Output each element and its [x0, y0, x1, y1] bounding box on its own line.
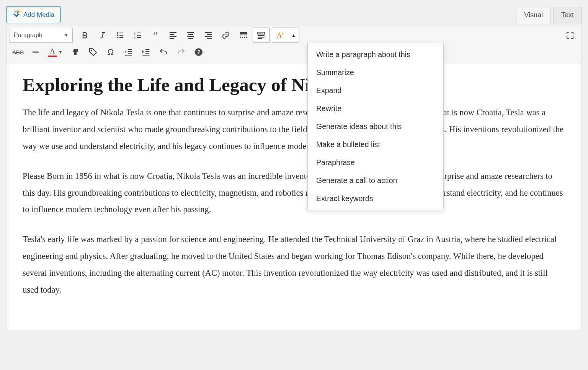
align-center-icon [186, 31, 195, 40]
editor-header: Add Media Visual Text [6, 6, 582, 23]
svg-text:2: 2 [134, 34, 136, 37]
ai-icon: Ai [277, 31, 284, 40]
chevron-down-icon: ▼ [58, 49, 63, 55]
svg-rect-10 [260, 33, 261, 34]
format-select[interactable]: Paragraph ▼ [10, 28, 73, 43]
svg-point-1 [117, 32, 118, 34]
align-left-button[interactable] [165, 28, 181, 43]
help-button[interactable]: ? [190, 44, 207, 60]
toggle-toolbar-icon [256, 31, 266, 40]
ai-menu-item[interactable]: Make a bulleted list [308, 136, 443, 154]
post-title[interactable]: Exploring the Life and Legacy of Nikola … [23, 74, 565, 96]
outdent-icon [124, 47, 133, 57]
tab-text[interactable]: Text [553, 7, 582, 24]
add-media-button[interactable]: Add Media [6, 6, 61, 23]
numbered-list-icon: 123 [133, 31, 142, 40]
ai-menu-item[interactable]: Generate a call to action [308, 172, 443, 190]
undo-button[interactable] [155, 44, 172, 60]
strikethrough-button[interactable]: ABC [10, 44, 26, 60]
svg-text:?: ? [197, 49, 201, 55]
fullscreen-icon [565, 31, 575, 40]
ai-menu-item[interactable]: Expand [308, 82, 443, 100]
align-right-button[interactable] [200, 28, 217, 43]
bold-button[interactable] [77, 28, 93, 43]
tab-visual[interactable]: Visual [516, 7, 551, 24]
help-icon: ? [194, 47, 203, 57]
svg-point-0 [17, 10, 20, 13]
special-character-icon: Ω [108, 47, 114, 57]
svg-text:3: 3 [134, 37, 136, 39]
media-icon [13, 10, 20, 20]
toggle-toolbar-button[interactable] [253, 28, 270, 43]
chevron-down-icon: ▼ [64, 33, 69, 38]
insert-more-button[interactable] [235, 28, 252, 43]
svg-point-14 [91, 50, 92, 51]
svg-rect-11 [261, 33, 263, 34]
horizontal-rule-button[interactable] [27, 44, 44, 60]
text-color-icon: A [48, 47, 57, 57]
undo-icon [159, 47, 168, 57]
link-button[interactable] [217, 28, 234, 43]
ai-menu-item[interactable]: Rewrite [308, 100, 443, 118]
ai-menu-item[interactable]: Write a paragraph about this [308, 46, 443, 64]
svg-point-3 [117, 37, 118, 38]
outdent-button[interactable] [120, 44, 137, 60]
editor-content[interactable]: Exploring the Life and Legacy of Nikola … [7, 62, 581, 331]
ai-menu-item[interactable]: Generate ideas about this [308, 118, 443, 136]
ai-menu-item[interactable]: Summarize [308, 64, 443, 82]
fullscreen-button[interactable] [562, 28, 578, 43]
bullet-list-icon [116, 31, 125, 40]
special-character-button[interactable]: Ω [102, 44, 119, 60]
indent-icon [141, 47, 150, 57]
italic-button[interactable] [94, 28, 111, 43]
svg-rect-9 [258, 33, 260, 34]
redo-icon [176, 47, 186, 57]
ai-split-button: Ai ▲ [272, 28, 299, 43]
editor-tabs: Visual Text [516, 7, 582, 23]
text-color-button[interactable]: A ▼ [45, 44, 66, 60]
ai-dropdown-menu: Write a paragraph about this Summarize E… [307, 43, 444, 210]
bold-icon [80, 31, 90, 40]
editor-toolbar: Paragraph ▼ 123 “ [7, 25, 581, 62]
strikethrough-icon: ABC [12, 49, 23, 56]
post-paragraph[interactable]: Please Born in 1856 in what is now Croat… [23, 168, 565, 218]
ai-dropdown-toggle[interactable]: ▲ [288, 28, 299, 43]
insert-more-icon [239, 31, 248, 40]
svg-rect-7 [240, 32, 247, 34]
link-icon [221, 31, 230, 40]
clear-formatting-icon [71, 47, 80, 57]
redo-button[interactable] [173, 44, 189, 60]
indent-button[interactable] [137, 44, 154, 60]
svg-rect-13 [74, 52, 77, 55]
editor-container: Paragraph ▼ 123 “ [6, 25, 582, 331]
caret-up-icon: ▲ [291, 33, 296, 38]
ai-menu-item[interactable]: Extract keywords [308, 190, 443, 208]
tag-button[interactable] [85, 44, 101, 60]
ai-menu-item[interactable]: Paraphrase [308, 154, 443, 172]
post-paragraph[interactable]: The life and legacy of Nikola Tesla is o… [23, 104, 565, 155]
ai-button[interactable]: Ai [272, 28, 288, 43]
align-left-icon [168, 31, 178, 40]
clear-formatting-button[interactable] [67, 44, 84, 60]
add-media-label: Add Media [23, 11, 54, 19]
post-paragraph[interactable]: Tesla's early life was marked by a passi… [23, 231, 565, 298]
numbered-list-button[interactable]: 123 [129, 28, 146, 43]
format-select-label: Paragraph [14, 32, 42, 39]
align-center-button[interactable] [182, 28, 199, 43]
blockquote-button[interactable]: “ [147, 28, 164, 43]
align-right-icon [204, 31, 213, 40]
horizontal-rule-icon [31, 47, 40, 57]
bullet-list-button[interactable] [112, 28, 129, 43]
tag-icon [88, 47, 98, 57]
svg-text:1: 1 [134, 31, 136, 34]
italic-icon [98, 31, 107, 40]
svg-point-2 [117, 34, 118, 36]
blockquote-icon: “ [153, 30, 158, 40]
